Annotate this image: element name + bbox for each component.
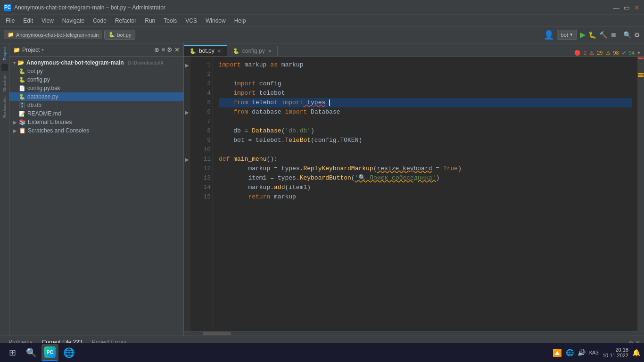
stop-button[interactable]: ⏹ xyxy=(610,31,617,39)
file-name-readme: README.md xyxy=(27,110,61,117)
code-line-14: markup.add(item1) xyxy=(219,183,632,192)
editor-chevron-icon[interactable]: ▾ xyxy=(637,49,640,56)
menu-window[interactable]: Window xyxy=(202,16,230,25)
title-bar: PC Anonymous-chat-bot-telegram-main – bo… xyxy=(0,0,644,15)
code-line-6: from database import Database xyxy=(219,107,632,117)
horizontal-scrollbar[interactable] xyxy=(184,331,644,336)
scratches-icon: 📋 xyxy=(19,127,26,134)
menu-view[interactable]: View xyxy=(38,16,58,25)
project-tab[interactable]: 📁 Anonymous-chat-bot-telegram-main xyxy=(4,30,102,39)
taskbar-pycharm-button[interactable]: PC xyxy=(41,344,58,361)
menu-help[interactable]: Help xyxy=(231,16,250,25)
menu-vcs[interactable]: VCS xyxy=(182,16,201,25)
taskbar-date: 10.11.2022 xyxy=(603,353,628,358)
debug-button[interactable]: 🐛 xyxy=(588,31,596,39)
bot-dropdown[interactable]: bot ▾ xyxy=(557,30,577,40)
bookmarks-sidebar-tab[interactable]: Bookmarks xyxy=(1,95,8,120)
tree-item-databasepy[interactable]: 🐍 database.py xyxy=(9,92,183,101)
gutter-2 xyxy=(184,70,190,79)
menu-code[interactable]: Code xyxy=(89,16,110,25)
taskbar-clock[interactable]: 20:18 10.11.2022 xyxy=(603,347,628,358)
chevron-down-icon: ▾ xyxy=(41,47,44,52)
taskbar-network-icon[interactable]: 🌐 xyxy=(566,349,574,356)
ok-count: 94 xyxy=(629,50,635,56)
tree-item-configpy[interactable]: 🐍 config.py xyxy=(9,75,183,84)
tab-configpy-close[interactable]: ✕ xyxy=(268,49,272,54)
title-text: Anonymous-chat-bot-telegram-main – bot.p… xyxy=(14,4,165,11)
fold-arrow-1[interactable]: ▶ xyxy=(184,60,190,70)
py-file-icon: 🐍 xyxy=(19,68,25,74)
taskbar-chrome-button[interactable]: 🌐 xyxy=(60,344,77,361)
fold-arrow-6[interactable]: ▶ xyxy=(184,107,190,117)
warning-count: 29 xyxy=(597,50,603,56)
code-editor[interactable]: ▶ ▶ ▶ 1 2 3 4 xyxy=(184,57,644,331)
gutter-4 xyxy=(184,89,190,98)
tree-item-configbak[interactable]: 📄 config.py.bak xyxy=(9,84,183,92)
menu-tools[interactable]: Tools xyxy=(160,16,181,25)
profile-icon[interactable]: 👤 xyxy=(544,30,554,40)
tab-botpy[interactable]: 🐍 bot.py ✕ xyxy=(184,45,227,56)
file-name-botpy: bot.py xyxy=(27,68,43,74)
tree-item-dbdb[interactable]: 🗄️ db.db xyxy=(9,101,183,109)
error-count: 2 xyxy=(584,50,586,56)
gutter-8 xyxy=(184,126,190,136)
tree-item-scratches[interactable]: ▶ 📋 Scratches and Consoles xyxy=(9,126,183,135)
menu-navigate[interactable]: Navigate xyxy=(58,16,88,25)
maximize-button[interactable]: ▭ xyxy=(623,4,630,11)
bot-label: bot xyxy=(561,32,568,38)
gutter-15 xyxy=(184,192,190,202)
code-content[interactable]: import markup as markup import config im… xyxy=(213,57,637,331)
scrollbar-thumb[interactable] xyxy=(203,332,231,335)
taskbar-volume-icon[interactable]: 🔊 xyxy=(578,349,586,356)
error-stripe xyxy=(637,57,644,331)
tree-settings-icon[interactable]: ⚙ xyxy=(167,46,173,53)
gutter-5 xyxy=(184,98,190,107)
menu-run[interactable]: Run xyxy=(141,16,159,25)
code-line-2 xyxy=(219,70,632,79)
search-icon: 🔍 xyxy=(26,347,36,358)
toolbar-file-tab[interactable]: 🐍 bot.py xyxy=(104,30,135,40)
gutter-12 xyxy=(184,164,190,173)
menu-refactor[interactable]: Refactor xyxy=(111,16,140,25)
close-panel-icon[interactable]: ✕ xyxy=(174,46,180,53)
minimize-button[interactable]: — xyxy=(613,4,619,11)
warning-stripe-marker xyxy=(638,73,644,74)
run-button[interactable]: ▶ xyxy=(580,30,586,39)
close-button[interactable]: ✕ xyxy=(634,4,640,11)
project-tab-label: Anonymous-chat-bot-telegram-main xyxy=(16,32,99,38)
tab-config-icon: 🐍 xyxy=(233,48,239,54)
fold-arrow-11[interactable]: ▶ xyxy=(184,155,190,164)
build-button[interactable]: 🔨 xyxy=(599,31,607,39)
taskbar-start-button[interactable]: ⊞ xyxy=(4,344,21,361)
search-everywhere-icon[interactable]: 🔍 xyxy=(623,31,631,39)
settings-icon[interactable]: ⚙ xyxy=(634,31,640,39)
taskbar-language[interactable]: КАЗ xyxy=(589,350,599,355)
taskbar-up-arrow[interactable]: 🔼 xyxy=(553,348,562,357)
windows-taskbar: ⊞ 🔍 PC 🌐 🔼 🌐 🔊 КАЗ 20:18 10.11.2022 🔔 xyxy=(0,343,644,362)
collapse-all-icon[interactable]: ≡ xyxy=(161,46,165,53)
tab-configpy[interactable]: 🐍 config.py ✕ xyxy=(227,46,278,56)
tree-item-ext-libs[interactable]: ▶ 📚 External Libraries xyxy=(9,118,183,126)
ok-icon: ✔ xyxy=(622,50,626,56)
gutter-14 xyxy=(184,183,190,192)
left-sidebar-tabs: Project Structure Bookmarks xyxy=(0,43,9,336)
tree-root[interactable]: ▾ 📂 Anonymous-chat-bot-telegram-main D:\… xyxy=(9,58,183,67)
tab-botpy-close[interactable]: ✕ xyxy=(217,49,221,54)
project-icon: 📁 xyxy=(13,47,20,53)
code-line-15: return markup xyxy=(219,192,632,202)
tree-item-botpy[interactable]: 🐍 bot.py xyxy=(9,67,183,75)
taskbar-search-button[interactable]: 🔍 xyxy=(23,344,40,361)
menu-file[interactable]: File xyxy=(2,16,18,25)
locate-file-icon[interactable]: ⊕ xyxy=(154,46,159,53)
editor-indicators: 🔴 2 ⚠ 29 ⚠ 98 ✔ 94 ▾ xyxy=(574,49,644,56)
structure-sidebar-tab[interactable]: Structure xyxy=(1,73,8,94)
menu-edit[interactable]: Edit xyxy=(19,16,37,25)
root-path: D:\Downloads\A xyxy=(128,60,164,66)
taskbar-notification-icon[interactable]: 🔔 xyxy=(632,349,640,356)
root-folder-icon: 📂 xyxy=(17,59,25,66)
tree-item-readme[interactable]: 📝 README.md xyxy=(9,109,183,118)
project-sidebar-tab[interactable]: Project xyxy=(1,45,8,62)
code-line-5: from telebot import types xyxy=(219,98,632,107)
inspection-icon: ⚠ xyxy=(606,50,611,56)
project-tools: ⊕ ≡ ⚙ ✕ xyxy=(154,46,180,53)
